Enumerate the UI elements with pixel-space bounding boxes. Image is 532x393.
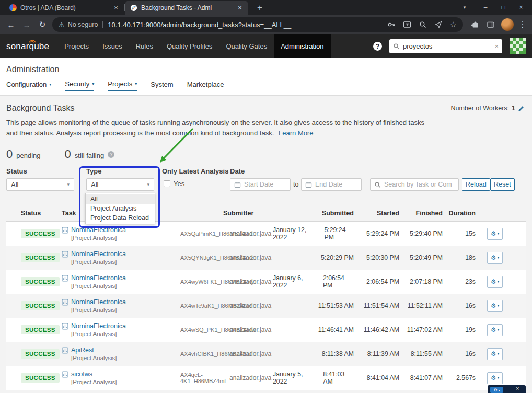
browser-menu-icon[interactable]: ⋮ [516, 20, 529, 29]
task-actions-button[interactable]: ⚙▾ [487, 300, 503, 312]
new-tab-button[interactable]: + [253, 3, 266, 13]
popup-gear-button[interactable]: ⚙▾ [490, 387, 503, 393]
task-actions-button[interactable]: ⚙▾ [487, 372, 503, 384]
task-type: [Project Analysis] [71, 307, 175, 313]
sonarqube-logo[interactable]: sonarqube [6, 34, 49, 58]
caret-down-icon: ▾ [498, 280, 500, 284]
tab1-close-icon[interactable]: × [112, 4, 120, 11]
subnav-projects[interactable]: Projects▾ [108, 80, 137, 91]
maximize-button[interactable]: □ [494, 4, 512, 11]
reset-filters-button[interactable]: Reset [490, 178, 515, 191]
task-type: [Project Analysis] [71, 355, 175, 361]
subnav-security[interactable]: Security▾ [65, 80, 94, 91]
reload-tasks-button[interactable]: Reload [462, 178, 490, 191]
header-finished: Finished [399, 210, 443, 217]
type-select[interactable]: All▾ [86, 178, 154, 191]
project-icon [62, 299, 68, 306]
latest-analysis-checkbox-label: Yes [174, 180, 184, 188]
learn-more-link[interactable]: Learn More [279, 129, 313, 137]
help-icon[interactable]: ? [373, 42, 382, 51]
project-icon [62, 275, 68, 282]
task-link[interactable]: sicofws [71, 371, 92, 378]
back-button[interactable]: ← [3, 20, 19, 29]
tab-search-chevron-icon[interactable]: ▾ [456, 5, 473, 10]
popup-close-icon[interactable]: × [516, 385, 519, 391]
subnav-configuration[interactable]: Configuration▾ [6, 80, 51, 91]
task-id: AX4wSQ_PK1_H86MBZ4mw [175, 327, 223, 333]
search-clear-icon[interactable]: × [494, 42, 499, 50]
minimize-button[interactable]: – [477, 4, 494, 11]
type-option-all[interactable]: All [86, 194, 155, 204]
tab-background-tasks[interactable]: Background Tasks - Admi × [125, 1, 248, 15]
tab-strip: Otros | ADA (Board) × Background Tasks -… [0, 0, 266, 15]
edit-pencil-icon[interactable] [518, 105, 525, 112]
sonarqube-logo-arcs [29, 38, 36, 43]
not-secure-label[interactable]: No seguro [68, 21, 98, 28]
type-option-project-data-reload[interactable]: Project Data Reload [86, 213, 155, 223]
submitted-time: 11:46:41 AM [318, 326, 354, 333]
finished-time: 8:41:07 AM [399, 374, 443, 382]
workers-count: 1 [512, 105, 515, 112]
task-link[interactable]: NominaElectronica [71, 250, 126, 258]
tab-ada-board[interactable]: Otros | ADA (Board) × [4, 1, 124, 15]
nav-administration[interactable]: Administration [274, 34, 330, 58]
task-link[interactable]: NominaElectronica [71, 298, 126, 306]
url-text[interactable]: 10.1.40.171:9000/admin/background_tasks?… [108, 21, 291, 29]
chevron-down-icon: ▾ [67, 182, 70, 187]
failing-help-icon[interactable]: ? [108, 151, 114, 158]
task-link[interactable]: NominaElectronica [71, 226, 126, 234]
table-body: SUCCESS NominaElectronica [Project Analy… [6, 222, 526, 390]
zoom-icon[interactable] [419, 20, 427, 29]
search-icon [393, 43, 400, 50]
task-actions-button[interactable]: ⚙▾ [487, 228, 503, 240]
status-select[interactable]: All▾ [6, 178, 74, 191]
subnav-system[interactable]: System [151, 80, 173, 91]
table-row: SUCCESS NominaElectronica [Project Analy… [6, 246, 526, 270]
task-type: [Project Analysis] [71, 259, 175, 265]
window-close-button[interactable]: × [512, 4, 530, 11]
caret-down-icon: ▾ [499, 388, 500, 392]
table-row: SUCCESS sicofws [Project Analysis] AX4qe… [6, 366, 526, 390]
latest-analysis-checkbox[interactable] [164, 180, 170, 187]
global-search-input[interactable] [403, 42, 491, 50]
forward-button[interactable]: → [19, 20, 34, 29]
task-link[interactable]: NominaElectronica [71, 274, 126, 282]
subnav-marketplace[interactable]: Marketplace [187, 80, 224, 91]
nav-projects[interactable]: Projects [57, 34, 96, 58]
task-duration: 16s [443, 302, 476, 309]
extensions-puzzle-icon[interactable] [467, 20, 483, 29]
pending-stat: 0 pending [6, 147, 41, 161]
global-search[interactable]: × [389, 39, 502, 53]
task-search-input[interactable] [370, 178, 459, 191]
task-actions-button[interactable]: ⚙▾ [487, 348, 503, 360]
tab2-close-icon[interactable]: × [236, 4, 244, 11]
gear-icon: ⚙ [491, 255, 496, 261]
start-date-input[interactable] [230, 178, 291, 191]
task-link[interactable]: ApiRest [71, 346, 94, 354]
user-avatar[interactable] [510, 38, 526, 55]
task-actions-button[interactable]: ⚙▾ [487, 324, 503, 336]
translate-icon[interactable] [403, 20, 411, 29]
task-actions-button[interactable]: ⚙▾ [487, 252, 503, 264]
type-option-project-analysis[interactable]: Project Analysis [86, 204, 155, 213]
task-link[interactable]: NominaElectronica [71, 322, 126, 330]
nav-rules[interactable]: Rules [129, 34, 160, 58]
type-dropdown-menu: All Project Analysis Project Data Reload [85, 193, 155, 224]
status-filter-label: Status [6, 167, 27, 175]
address-bar[interactable]: ⚠ No seguro 10.1.40.171:9000/admin/backg… [52, 17, 463, 32]
chevron-down-icon: ▾ [135, 82, 137, 86]
password-key-icon[interactable] [387, 20, 396, 29]
nav-quality-profiles[interactable]: Quality Profiles [160, 34, 219, 58]
reload-button[interactable]: ↻ [34, 20, 50, 29]
nav-issues[interactable]: Issues [96, 34, 129, 58]
send-to-device-icon[interactable] [434, 20, 443, 29]
nav-quality-gates[interactable]: Quality Gates [219, 34, 274, 58]
gear-icon: ⚙ [491, 327, 496, 333]
page-content: Background Tasks Number of Workers: 1 Th… [0, 96, 532, 393]
browser-profile-avatar[interactable] [501, 18, 514, 31]
task-actions-button[interactable]: ⚙▾ [487, 276, 503, 288]
bookmark-star-icon[interactable]: ☆ [450, 20, 457, 29]
side-panel-icon[interactable] [483, 20, 499, 29]
end-date-input[interactable] [301, 178, 362, 191]
finished-time: 8:11:55 AM [399, 350, 443, 357]
